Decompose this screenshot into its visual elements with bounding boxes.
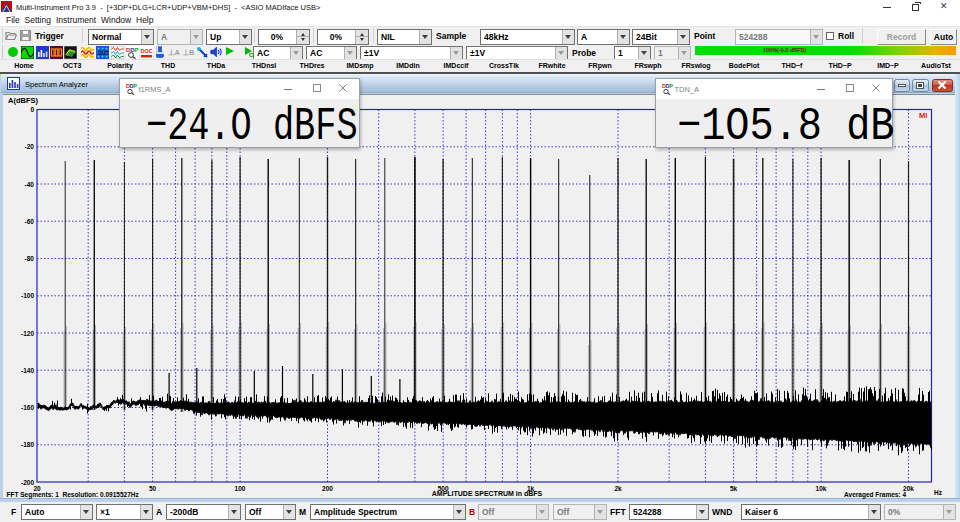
svg-text:P: P <box>669 83 673 89</box>
svg-text:P: P <box>133 83 137 89</box>
